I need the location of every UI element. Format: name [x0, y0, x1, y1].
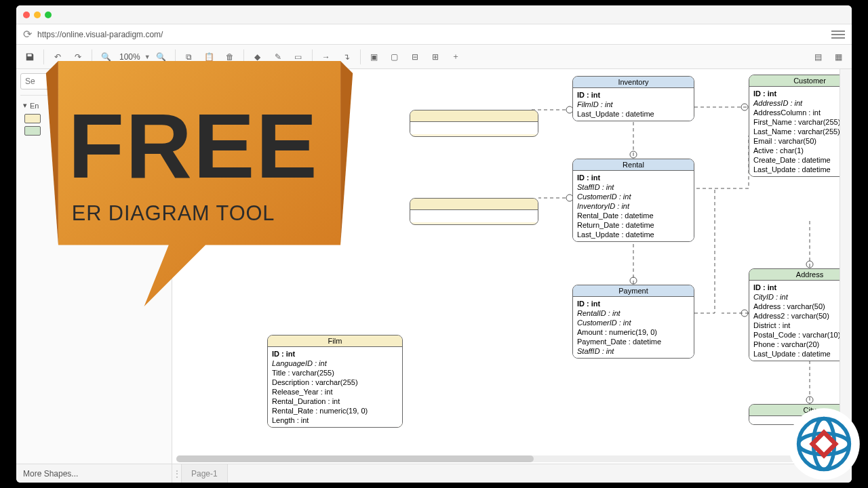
column-row: Title : varchar(255)	[272, 368, 398, 378]
column-row: Address : varchar(50)	[753, 302, 840, 311]
scrollbar-thumb[interactable]	[176, 455, 534, 462]
tab-handle-icon[interactable]: ⋮	[172, 464, 182, 483]
column-row: Last_Update : datetime	[753, 349, 840, 359]
entity-body-payment: ID : intRentalID : intCustomerID : intAm…	[573, 297, 694, 358]
chevron-down-icon: ▾	[23, 101, 27, 110]
column-row: First_Name : varchar(255)	[753, 117, 840, 127]
status-bar: More Shapes... ⋮ Page-1	[16, 464, 852, 483]
column-row: LanguageID : int	[272, 359, 398, 368]
entity-body-address: ID : intCityID : intAddress : varchar(50…	[749, 281, 840, 361]
column-row: District : int	[753, 321, 840, 330]
entity-title: Address	[749, 269, 840, 281]
entity-rental[interactable]: Rental ID : intStaffID : intCustomerID :…	[572, 159, 694, 242]
url-bar: ⟳	[16, 24, 852, 45]
page-tab[interactable]: Page-1	[182, 464, 228, 483]
reload-icon[interactable]: ⟳	[23, 28, 32, 41]
column-row: Release_Year : int	[272, 387, 398, 396]
column-row: Address2 : varchar(50)	[753, 311, 840, 321]
entity-address[interactable]: Address ID : intCityID : intAddress : va…	[749, 268, 840, 361]
entity-hidden-1[interactable]	[410, 110, 538, 137]
column-row: Active : char(1)	[753, 146, 840, 155]
toback-icon[interactable]: ▢	[385, 47, 404, 66]
entity-payment[interactable]: Payment ID : intRentalID : intCustomerID…	[572, 285, 694, 359]
maximize-dot[interactable]	[45, 12, 52, 18]
distribute-icon[interactable]: ⊞	[426, 47, 445, 66]
column-row: ID : int	[272, 349, 398, 359]
column-row: Last_Update : datetime	[753, 165, 840, 174]
column-row: Last_Update : datetime	[577, 109, 690, 119]
column-row: Amount : numeric(19, 0)	[577, 327, 690, 337]
url-input[interactable]	[37, 30, 826, 39]
brand-logo	[787, 407, 861, 481]
format-panel-icon[interactable]: ▤	[808, 47, 827, 66]
entity-title: Film	[268, 336, 402, 347]
close-dot[interactable]	[23, 12, 30, 18]
zoom-dropdown-icon[interactable]: ▼	[144, 54, 151, 60]
column-row: Rental_Duration : int	[272, 396, 398, 406]
svg-marker-10	[340, 61, 353, 245]
column-row: StaffID : int	[577, 346, 690, 356]
column-row: ID : int	[577, 173, 690, 182]
column-row: Create_Date : datetime	[753, 155, 840, 165]
more-shapes-link[interactable]: More Shapes...	[16, 464, 172, 483]
entity-body-rental: ID : intStaffID : intCustomerID : intInv…	[573, 171, 694, 241]
entity-title: Customer	[749, 75, 840, 87]
column-row: Payment_Date : datetime	[577, 337, 690, 346]
entity-customer[interactable]: Customer ID : intAddressID : intAddressC…	[749, 75, 840, 177]
column-row: RentalID : int	[577, 308, 690, 318]
entity-body-customer: ID : intAddressID : intAddressColumn : i…	[749, 87, 840, 176]
menu-icon[interactable]	[831, 28, 845, 41]
promo-sub-text: ER DIAGRAM TOOL	[72, 201, 275, 225]
horizontal-scrollbar[interactable]	[176, 455, 826, 462]
column-row: Postal_Code : varchar(10)	[753, 330, 840, 340]
titlebar	[16, 5, 852, 24]
column-row: ID : int	[753, 89, 840, 98]
entity-body-film: ID : intLanguageID : intTitle : varchar(…	[268, 347, 402, 427]
column-row: Return_Date : datetime	[577, 220, 690, 230]
column-row: Length : int	[272, 415, 398, 425]
column-row: StaffID : int	[577, 182, 690, 192]
entity-body-inventory: ID : intFilmID : intLast_Update : dateti…	[573, 88, 694, 121]
column-row: Last_Name : varchar(255)	[753, 127, 840, 136]
entity-title: Rental	[573, 159, 694, 171]
vertical-scrollbar[interactable]	[840, 69, 852, 464]
column-row: Email : varchar(50)	[753, 136, 840, 146]
column-row: AddressColumn : int	[753, 108, 840, 117]
column-row: Rental_Date : datetime	[577, 211, 690, 220]
column-row: ID : int	[577, 299, 690, 308]
column-row: FilmID : int	[577, 100, 690, 109]
column-row: InventoryID : int	[577, 201, 690, 211]
entity-title: Inventory	[573, 77, 694, 88]
column-row: ID : int	[577, 90, 690, 100]
add-icon[interactable]: ＋	[446, 47, 465, 66]
minimize-dot[interactable]	[34, 12, 41, 18]
promo-main-text: FREE	[68, 94, 318, 197]
column-row: CityID : int	[753, 292, 840, 302]
svg-marker-9	[46, 61, 58, 245]
entity-film[interactable]: Film ID : intLanguageID : intTitle : var…	[267, 335, 403, 428]
column-row: AddressID : int	[753, 98, 840, 108]
align-icon[interactable]: ⊟	[406, 47, 425, 66]
column-row: Description : varchar(255)	[272, 378, 398, 387]
outline-panel-icon[interactable]: ▦	[829, 47, 848, 66]
column-row: ID : int	[753, 283, 840, 292]
promo-banner: FREE ER DIAGRAM TOOL	[30, 61, 369, 319]
column-row: Rental_Rate : numeric(19, 0)	[272, 406, 398, 415]
column-row: CustomerID : int	[577, 192, 690, 201]
zoom-level[interactable]: 100%	[117, 52, 143, 62]
column-row: Last_Update : datetime	[577, 230, 690, 239]
column-row: Phone : varchar(20)	[753, 340, 840, 349]
entity-inventory[interactable]: Inventory ID : intFilmID : intLast_Updat…	[572, 76, 694, 121]
entity-title: Payment	[573, 285, 694, 297]
column-row: CustomerID : int	[577, 318, 690, 327]
entity-hidden-2[interactable]	[410, 198, 538, 225]
